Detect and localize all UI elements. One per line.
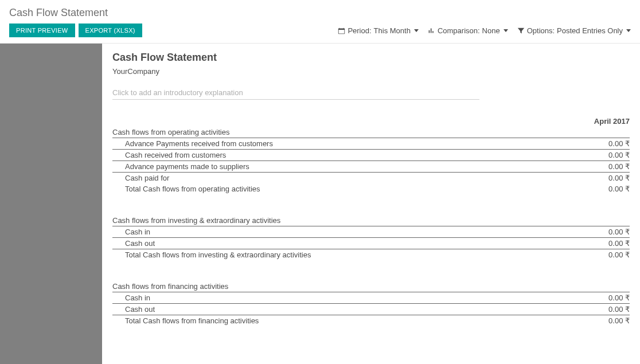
calendar-icon [338, 27, 345, 34]
section-title: Cash flows from investing & extraordinar… [112, 215, 630, 226]
line-label: Cash out [112, 304, 564, 315]
report-line: Advance Payments received from customers… [112, 138, 630, 150]
report-line: Cash paid for0.00 ₹ [112, 173, 630, 184]
section-title-row: Cash flows from financing activities [112, 281, 630, 292]
line-label: Cash received from customers [112, 150, 569, 161]
line-value: 0.00 ₹ [580, 238, 630, 249]
report-line: Cash received from customers0.00 ₹ [112, 150, 630, 161]
line-label: Total Cash flows from investing & extrao… [112, 249, 580, 261]
comparison-label: Comparison: [438, 26, 480, 35]
line-value: 0.00 ₹ [569, 150, 630, 161]
line-label: Total Cash flows from operating activiti… [112, 183, 569, 194]
line-value: 0.00 ₹ [580, 249, 630, 261]
comparison-filter[interactable]: Comparison: None [428, 26, 508, 35]
bar-chart-icon [428, 27, 435, 34]
toolbar: PRINT PREVIEW EXPORT (XLSX) Period: This… [0, 24, 640, 44]
caret-down-icon [414, 29, 419, 32]
intro-explanation-input[interactable] [112, 86, 479, 100]
report-line: Total Cash flows from investing & extrao… [112, 249, 630, 261]
side-gutter [0, 44, 102, 364]
line-value: 0.00 ₹ [569, 161, 630, 173]
page-title: Cash Flow Statement [9, 7, 631, 19]
line-label: Cash in [112, 226, 580, 238]
report-line: Cash out0.00 ₹ [112, 238, 630, 249]
print-preview-button[interactable]: PRINT PREVIEW [9, 24, 75, 37]
export-xlsx-button[interactable]: EXPORT (XLSX) [79, 24, 142, 37]
section-title-row: Cash flows from operating activities [112, 127, 630, 138]
report-line: Cash out0.00 ₹ [112, 304, 630, 315]
report-line: Total Cash flows from operating activiti… [112, 183, 630, 194]
line-label: Cash out [112, 238, 580, 249]
cash-flow-table: April 2017 [112, 116, 630, 127]
filter-icon [517, 27, 525, 34]
company-name: YourCompany [112, 67, 630, 76]
period-label: Period: [348, 26, 371, 35]
options-label: Options: [527, 26, 555, 35]
caret-down-icon [504, 29, 508, 32]
period-value: This Month [374, 26, 411, 35]
period-column-header: April 2017 [112, 116, 630, 127]
line-label: Advance Payments received from customers [112, 138, 569, 150]
line-value: 0.00 ₹ [569, 183, 630, 194]
line-label: Advance payments made to suppliers [112, 161, 569, 173]
line-label: Total Cash flows from financing activiti… [112, 315, 564, 327]
section-title: Cash flows from financing activities [112, 281, 630, 292]
line-label: Cash paid for [112, 173, 569, 184]
options-filter[interactable]: Options: Posted Entries Only [517, 26, 631, 35]
line-value: 0.00 ₹ [569, 138, 630, 150]
section-title-row: Cash flows from investing & extraordinar… [112, 215, 630, 226]
line-value: 0.00 ₹ [564, 304, 630, 315]
line-value: 0.00 ₹ [564, 315, 630, 327]
options-value: Posted Entries Only [557, 26, 623, 35]
line-label: Cash in [112, 292, 564, 304]
line-value: 0.00 ₹ [580, 226, 630, 238]
report-line: Advance payments made to suppliers0.00 ₹ [112, 161, 630, 173]
report-line: Total Cash flows from financing activiti… [112, 315, 630, 327]
report-line: Cash in0.00 ₹ [112, 226, 630, 238]
line-value: 0.00 ₹ [564, 292, 630, 304]
line-value: 0.00 ₹ [569, 173, 630, 184]
caret-down-icon [626, 29, 631, 32]
report-line: Cash in0.00 ₹ [112, 292, 630, 304]
comparison-value: None [482, 26, 500, 35]
report-body: Cash Flow Statement YourCompany April 20… [102, 44, 640, 364]
section-title: Cash flows from operating activities [112, 127, 630, 138]
period-filter[interactable]: Period: This Month [338, 26, 419, 35]
report-title: Cash Flow Statement [112, 52, 630, 64]
